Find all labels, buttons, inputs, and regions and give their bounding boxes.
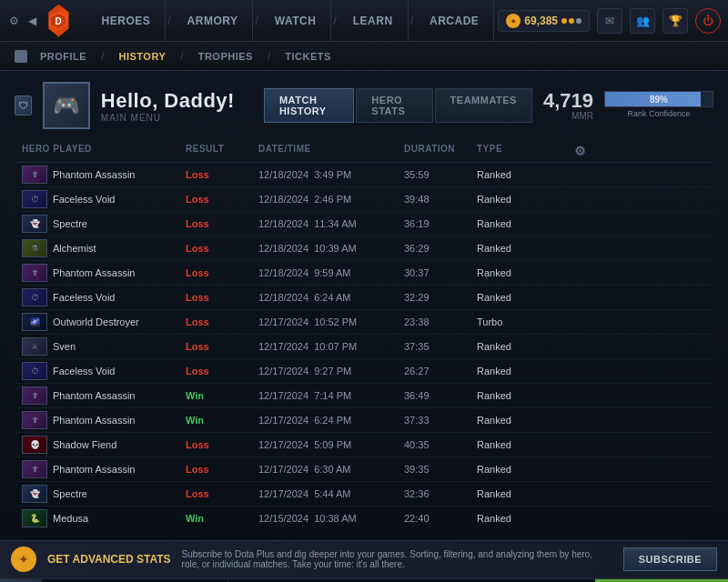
- mail-icon[interactable]: ✉: [597, 8, 622, 34]
- back-icon[interactable]: ◀: [25, 8, 40, 34]
- match-table: HERO PLAYED RESULT DATE/TIME DURATION TY…: [15, 140, 713, 529]
- settings-icon[interactable]: ⚙: [7, 8, 22, 34]
- hero-name: Faceless Void: [53, 194, 115, 205]
- table-row[interactable]: 👻 Spectre Loss 12/18/2024 11:34 AM 36:19…: [15, 212, 713, 236]
- table-row[interactable]: 🌌 Outworld Destroyer Loss 12/17/2024 10:…: [15, 310, 713, 335]
- match-duration: 36:49: [404, 390, 477, 401]
- hero-name: Spectre: [53, 488, 87, 499]
- table-settings-icon[interactable]: ⚙: [574, 144, 587, 158]
- table-row[interactable]: 🗡 Phantom Assassin Loss 12/17/2024 6:30 …: [15, 457, 713, 482]
- match-type: Ranked: [477, 439, 568, 450]
- match-type: Ranked: [477, 464, 568, 475]
- table-row[interactable]: ⏱ Faceless Void Loss 12/18/2024 6:24 AM …: [15, 286, 713, 310]
- nav-right: ● 69,385 ✉ 👥 🏆 ⏻: [498, 8, 721, 34]
- match-type: Ranked: [477, 169, 568, 180]
- subnav-history[interactable]: HISTORY: [106, 42, 179, 71]
- match-result: Loss: [186, 341, 258, 352]
- match-datetime: 12/18/2024 3:49 PM: [258, 169, 404, 180]
- match-result: Loss: [186, 194, 258, 205]
- table-row[interactable]: 🗡 Phantom Assassin Loss 12/18/2024 9:59 …: [15, 261, 713, 286]
- table-row[interactable]: ⏱ Faceless Void Loss 12/18/2024 2:46 PM …: [15, 187, 713, 212]
- top-nav: ⚙ ◀ D HEROES / ARMORY / WATCH / LEARN / …: [0, 0, 728, 42]
- hero-cell: 🗡 Phantom Assassin: [22, 411, 186, 429]
- hero-name: Faceless Void: [53, 366, 115, 376]
- gold-dot-2: [569, 18, 574, 24]
- profile-nav-icon: [15, 50, 27, 63]
- match-result: Win: [186, 513, 258, 524]
- table-row[interactable]: 🗡 Phantom Assassin Loss 12/18/2024 3:49 …: [15, 163, 713, 187]
- table-row[interactable]: 🗡 Phantom Assassin Win 12/17/2024 6:24 P…: [15, 408, 713, 433]
- header-duration: DURATION: [404, 144, 477, 158]
- profile-header: 🛡 🎮 Hello, Daddy! MAIN MENU MATCH HISTOR…: [15, 82, 713, 129]
- match-type: Ranked: [477, 415, 568, 426]
- table-row[interactable]: ⏱ Faceless Void Loss 12/17/2024 9:27 PM …: [15, 359, 713, 384]
- hero-cell: 🗡 Phantom Assassin: [22, 264, 186, 282]
- match-duration: 37:33: [404, 415, 477, 426]
- hero-cell: 👻 Spectre: [22, 215, 186, 233]
- hero-cell: 🗡 Phantom Assassin: [22, 386, 186, 405]
- nav-item-learn[interactable]: LEARN: [339, 0, 409, 42]
- subnav-profile[interactable]: PROFILE: [27, 42, 99, 71]
- hero-cell: ⚔ Sven: [22, 337, 186, 356]
- hero-name: Medusa: [53, 513, 88, 524]
- table-row[interactable]: ⚔ Sven Loss 12/17/2024 10:07 PM 37:35 Ra…: [15, 335, 713, 359]
- play-dota-button[interactable]: PLAY DOTA: [595, 579, 729, 583]
- hero-name: Phantom Assassin: [53, 267, 136, 278]
- hero-cell: 🐍 Medusa: [22, 509, 186, 527]
- header-gear: ⚙: [568, 144, 586, 158]
- gold-dot-1: [561, 18, 567, 24]
- match-datetime: 12/18/2024 2:46 PM: [258, 194, 404, 205]
- hero-name: Faceless Void: [53, 292, 115, 303]
- header-hero: HERO PLAYED: [22, 144, 186, 158]
- nav-menu: HEROES / ARMORY / WATCH / LEARN / ARCADE: [87, 0, 495, 42]
- promo-desc: Subscribe to Dota Plus and dig deeper in…: [182, 549, 612, 569]
- hero-icon: ⚗: [22, 239, 47, 257]
- table-row[interactable]: 🗡 Phantom Assassin Win 12/17/2024 7:14 P…: [15, 384, 713, 408]
- subscribe-button[interactable]: SUBSCRIBE: [623, 547, 717, 571]
- hero-icon: ⏱: [22, 362, 47, 380]
- bottom-avatar[interactable]: 🎮: [0, 579, 42, 583]
- promo-icon: ✦: [11, 547, 36, 572]
- match-duration: 30:37: [404, 267, 477, 278]
- hero-cell: 🗡 Phantom Assassin: [22, 460, 186, 478]
- dota-logo[interactable]: D: [48, 5, 68, 37]
- match-result: Win: [186, 390, 258, 401]
- nav-item-watch[interactable]: WATCH: [260, 0, 332, 42]
- subnav-trophies[interactable]: TROPHIES: [186, 42, 266, 71]
- tab-match-history[interactable]: MATCH HISTORY: [264, 88, 354, 123]
- profile-name: Hello, Daddy!: [101, 89, 235, 113]
- bottom-icons: ▣ ▣ ▣ 🕐 ✏ 👥: [42, 579, 228, 583]
- match-duration: 23:38: [404, 316, 477, 327]
- subnav-tickets[interactable]: TICKETS: [272, 42, 344, 71]
- hero-cell: ⚗ Alchemist: [22, 239, 186, 257]
- gold-icon: ●: [506, 14, 521, 28]
- match-duration: 32:36: [404, 488, 477, 499]
- nav-item-armory[interactable]: ARMORY: [173, 0, 254, 42]
- nav-item-arcade[interactable]: ARCADE: [415, 0, 494, 42]
- match-result: Loss: [186, 366, 258, 376]
- tab-teammates[interactable]: TEAMMATES: [435, 88, 532, 123]
- table-row[interactable]: ⚗ Alchemist Loss 12/18/2024 10:39 AM 36:…: [15, 236, 713, 261]
- friends-icon[interactable]: 👥: [630, 8, 655, 34]
- match-type: Ranked: [477, 194, 568, 205]
- mmr-value: 4,719: [543, 91, 593, 111]
- achievements-icon[interactable]: 🏆: [662, 8, 688, 34]
- nav-item-heroes[interactable]: HEROES: [87, 0, 167, 42]
- gold-display: ● 69,385: [498, 10, 590, 32]
- power-button[interactable]: ⏻: [695, 8, 721, 34]
- table-row[interactable]: 🐍 Medusa Win 12/15/2024 10:38 AM 22:40 R…: [15, 507, 713, 529]
- match-type: Ranked: [477, 292, 568, 303]
- rank-confidence-text: 89%: [650, 94, 668, 104]
- main-content: 🛡 🎮 Hello, Daddy! MAIN MENU MATCH HISTOR…: [0, 71, 728, 540]
- match-duration: 39:48: [404, 194, 477, 205]
- table-row[interactable]: 💀 Shadow Fiend Loss 12/17/2024 5:09 PM 4…: [15, 433, 713, 457]
- hero-name: Sven: [53, 341, 76, 352]
- match-datetime: 12/17/2024 10:07 PM: [258, 341, 404, 352]
- match-datetime: 12/18/2024 10:39 AM: [258, 243, 404, 254]
- profile-sub: MAIN MENU: [101, 113, 235, 123]
- table-row[interactable]: 👻 Spectre Loss 12/17/2024 5:44 AM 32:36 …: [15, 482, 713, 507]
- match-datetime: 12/17/2024 6:24 PM: [258, 415, 404, 426]
- hero-cell: ⏱ Faceless Void: [22, 190, 186, 208]
- tab-hero-stats[interactable]: HERO STATS: [356, 88, 432, 123]
- hero-cell: 👻 Spectre: [22, 485, 186, 503]
